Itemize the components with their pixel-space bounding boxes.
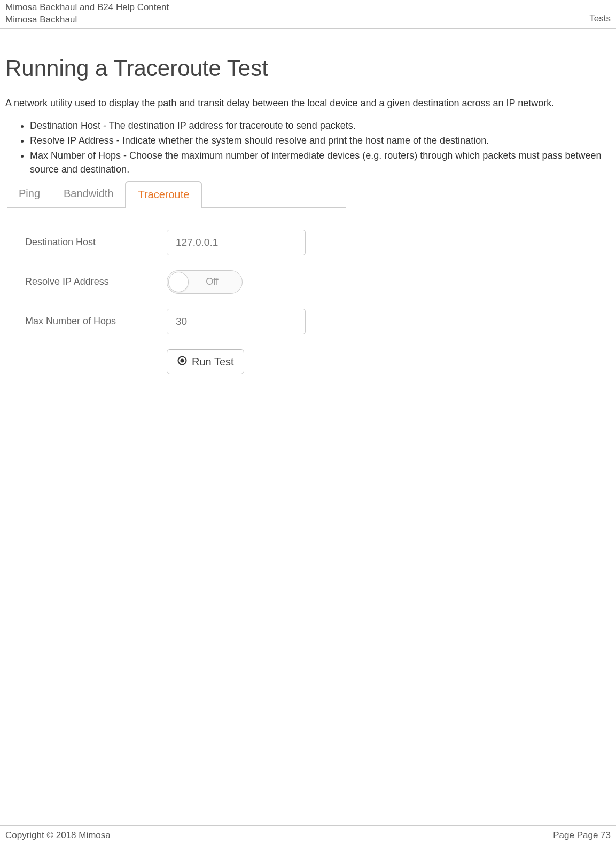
row-max-hops: Max Number of Hops xyxy=(25,309,336,334)
max-hops-label: Max Number of Hops xyxy=(25,316,167,327)
list-item: Destination Host - The destination IP ad… xyxy=(30,119,611,132)
form-area: Destination Host Resolve IP Address Off … xyxy=(7,208,346,400)
run-test-button[interactable]: Run Test xyxy=(167,349,244,374)
list-item: Resolve IP Address - Indicate whether th… xyxy=(30,134,611,147)
page-heading: Running a Traceroute Test xyxy=(5,56,611,81)
tab-ping[interactable]: Ping xyxy=(7,181,52,207)
header-title-line1: Mimosa Backhaul and B24 Help Content xyxy=(5,2,169,13)
footer-copyright: Copyright © 2018 Mimosa xyxy=(5,830,111,841)
ui-panel: Ping Bandwidth Traceroute Destination Ho… xyxy=(7,181,346,400)
svg-point-1 xyxy=(181,359,184,362)
toggle-knob xyxy=(168,272,189,292)
max-hops-input[interactable] xyxy=(167,309,306,334)
run-test-label: Run Test xyxy=(192,356,234,368)
resolve-ip-label: Resolve IP Address xyxy=(25,276,167,287)
header-section: Tests xyxy=(589,13,611,24)
tab-bar: Ping Bandwidth Traceroute xyxy=(7,181,346,208)
tab-traceroute[interactable]: Traceroute xyxy=(125,181,202,208)
resolve-ip-toggle[interactable]: Off xyxy=(167,270,243,294)
row-destination-host: Destination Host xyxy=(25,230,336,255)
page-header: Mimosa Backhaul and B24 Help Content Mim… xyxy=(0,0,616,29)
content-area: Running a Traceroute Test A network util… xyxy=(0,29,616,405)
row-run-button: Run Test xyxy=(25,349,336,374)
header-title-line2: Mimosa Backhaul xyxy=(5,14,169,25)
row-resolve-ip: Resolve IP Address Off xyxy=(25,270,336,294)
bullet-list: Destination Host - The destination IP ad… xyxy=(5,119,611,176)
target-icon xyxy=(177,355,188,369)
destination-host-input[interactable] xyxy=(167,230,306,255)
destination-host-label: Destination Host xyxy=(25,237,167,248)
page-footer: Copyright © 2018 Mimosa Page Page 73 xyxy=(0,825,616,841)
tab-bandwidth[interactable]: Bandwidth xyxy=(52,181,125,207)
list-item: Max Number of Hops - Choose the maximum … xyxy=(30,149,611,176)
intro-paragraph: A network utility used to display the pa… xyxy=(5,94,611,112)
footer-page-number: Page Page 73 xyxy=(553,830,611,841)
